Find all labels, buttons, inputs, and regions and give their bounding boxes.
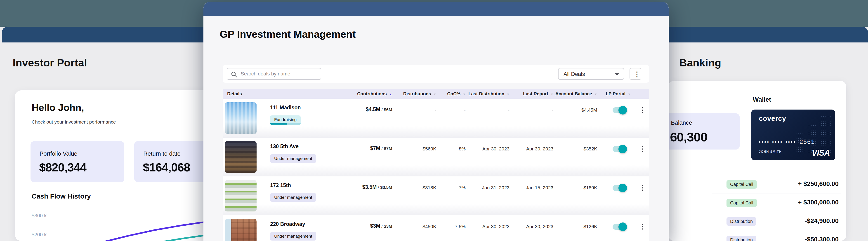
contributions-cell: $4.5M$6M <box>366 106 392 112</box>
toolbar-menu-button[interactable] <box>629 68 641 80</box>
contributions-cell: $3M$3M <box>370 223 392 229</box>
search-icon <box>231 71 238 78</box>
distributions-cell: $560K <box>423 146 436 151</box>
return-to-date-label: Return to date <box>143 150 181 157</box>
lp-portal-toggle[interactable] <box>613 145 627 153</box>
transaction-row[interactable]: Capital Call + $250,600.00 <box>712 175 841 194</box>
transaction-amount: + $300,000.00 <box>798 199 839 206</box>
card-last4: 2561 <box>800 138 815 145</box>
contribution-amount: $3M <box>370 223 380 229</box>
search-input[interactable] <box>241 69 318 79</box>
cash-flow-chart: $300 k $200 k <box>15 201 209 241</box>
banking-card: Balance 60,300 Wallet covercy •••• •••• … <box>668 81 846 241</box>
chevron-down-icon <box>615 73 619 76</box>
balance-label: Balance <box>671 119 692 126</box>
transaction-amount: -$24,900.00 <box>805 217 839 225</box>
row-menu-button[interactable] <box>639 184 646 192</box>
contribution-target: $7M <box>380 146 392 151</box>
last-report-cell: Apr 30, 2023 <box>526 224 553 229</box>
lp-portal-toggle[interactable] <box>613 106 627 114</box>
deals-toolbar: All Deals <box>223 65 649 83</box>
column-header-last-distribution[interactable]: Last Distribution <box>468 91 509 97</box>
card-brand-logo: covercy <box>759 114 786 123</box>
banking-title: Banking <box>679 57 721 69</box>
transaction-row[interactable]: Capital Call + $300,000.00 <box>712 194 841 212</box>
deals-filter-value: All Deals <box>563 71 585 77</box>
card-masked-digits: •••• •••• •••• <box>759 139 796 145</box>
card-holder-name: JOHN SMITH <box>759 150 782 153</box>
deals-table-header: Details Contributions Distributions CoC%… <box>223 89 649 99</box>
portfolio-value-amount: $820,344 <box>39 161 86 174</box>
transaction-row[interactable]: Distribution -$50,300.00 <box>712 231 841 241</box>
last-distribution-cell: Jan 31, 2023 <box>482 185 509 191</box>
column-header-coc[interactable]: CoC% <box>447 91 466 97</box>
kebab-menu-icon <box>639 226 646 230</box>
kebab-menu-icon <box>639 148 646 152</box>
table-row[interactable]: 220 Broadway Under management $3M$3M $45… <box>223 215 649 241</box>
row-menu-button[interactable] <box>639 145 646 153</box>
wallet-heading: Wallet <box>753 96 771 103</box>
transactions-list: Capital Call + $250,600.00 Capital Call … <box>712 175 841 241</box>
balance-card: Balance 60,300 <box>668 113 740 149</box>
coc-cell: 7% <box>459 185 466 191</box>
return-to-date-amount: $164,068 <box>143 161 190 174</box>
last-distribution-cell: Apr 30, 2023 <box>483 146 509 151</box>
deal-thumbnail <box>225 219 256 241</box>
last-distribution-cell: Apr 30, 2023 <box>483 224 509 229</box>
search-box[interactable] <box>227 68 321 80</box>
deal-thumbnail <box>225 102 256 134</box>
window-titlebar <box>204 2 669 16</box>
column-header-account-balance[interactable]: Account Balance <box>555 91 597 97</box>
coc-cell: - <box>464 107 466 113</box>
investor-portal-title: Investor Portal <box>13 57 87 69</box>
deal-name: 220 Broadway <box>270 221 305 227</box>
kebab-menu-icon <box>639 187 646 191</box>
deals-filter-select[interactable]: All Deals <box>558 68 624 80</box>
account-balance-cell: $189K <box>583 185 597 191</box>
gp-window-title: GP Investment Management <box>220 29 356 40</box>
contribution-amount: $7M <box>370 145 380 151</box>
distributions-cell: $318K <box>423 185 436 191</box>
kebab-menu-icon <box>639 109 646 113</box>
transaction-row[interactable]: Distribution -$24,900.00 <box>712 212 841 231</box>
balance-value: 60,300 <box>670 130 707 144</box>
last-distribution-cell: - <box>508 107 509 113</box>
transaction-amount: -$50,300.00 <box>805 236 839 241</box>
portfolio-value-label: Portfolio Value <box>39 150 77 157</box>
visa-logo: VISA <box>812 148 830 158</box>
contributions-cell: $3.5M$3.5M <box>362 184 392 190</box>
deal-status-badge: Under management <box>270 232 316 241</box>
lp-portal-toggle[interactable] <box>613 223 627 231</box>
account-balance-cell: $352K <box>583 146 597 151</box>
contribution-target: $6M <box>380 107 392 112</box>
column-header-contributions[interactable]: Contributions <box>357 91 392 97</box>
table-row[interactable]: 172 15th Under management $3.5M$3.5M $31… <box>223 176 649 215</box>
transaction-type-badge: Distribution <box>726 217 756 226</box>
contributions-cell: $7M$7M <box>370 145 392 151</box>
column-header-lp-portal[interactable]: LP Portal <box>606 91 631 97</box>
column-header-distributions[interactable]: Distributions <box>403 91 436 97</box>
deal-name: 130 5th Ave <box>270 143 299 149</box>
column-header-details[interactable]: Details <box>227 91 242 97</box>
card-number: •••• •••• •••• 2561 <box>759 138 815 145</box>
distributions-cell: $450K <box>423 224 436 229</box>
credit-card: covercy •••• •••• •••• 2561 JOHN SMITH V… <box>751 109 835 160</box>
contribution-target: $3.5M <box>377 185 392 190</box>
table-row[interactable]: 130 5th Ave Under management $7M$7M $560… <box>223 138 649 176</box>
investor-portal-card: Hello John, Check out your investment pe… <box>15 90 218 241</box>
transaction-type-badge: Capital Call <box>726 180 757 188</box>
deal-status-badge: Under management <box>270 154 316 163</box>
table-row[interactable]: 111 Madison Fundraising $4.5M$6M - - - -… <box>223 99 649 138</box>
portfolio-value-card: Portfolio Value $820,344 <box>31 141 124 182</box>
cash-flow-history-title: Cash Flow History <box>32 193 91 200</box>
last-report-cell: - <box>552 107 553 113</box>
deal-thumbnail <box>225 141 256 173</box>
last-report-cell: Jan 15, 2023 <box>526 185 553 191</box>
column-header-last-report[interactable]: Last Report <box>523 91 553 97</box>
deal-status-badge: Fundraising <box>270 115 301 125</box>
lp-portal-toggle[interactable] <box>613 184 627 192</box>
deal-status-badge: Under management <box>270 193 316 202</box>
row-menu-button[interactable] <box>639 222 646 230</box>
row-menu-button[interactable] <box>639 106 646 114</box>
transaction-type-badge: Capital Call <box>726 199 757 207</box>
